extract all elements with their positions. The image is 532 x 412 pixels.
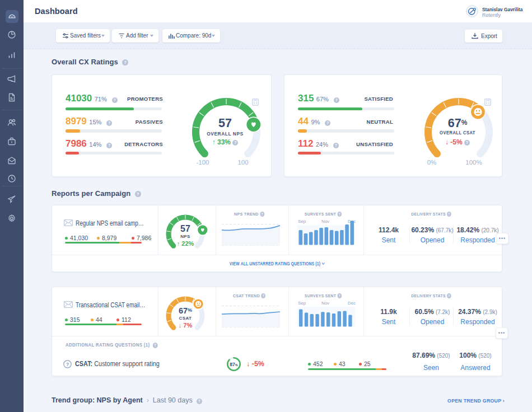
svg-text:?: ? [66, 362, 69, 367]
svg-text:Dec: Dec [348, 301, 356, 306]
svg-text:Sep: Sep [298, 219, 306, 224]
svg-text:Sep: Sep [298, 301, 306, 306]
svg-text:87%: 87% [230, 362, 237, 367]
svg-text:Nov: Nov [321, 301, 329, 306]
svg-text:Nov: Nov [321, 219, 329, 224]
